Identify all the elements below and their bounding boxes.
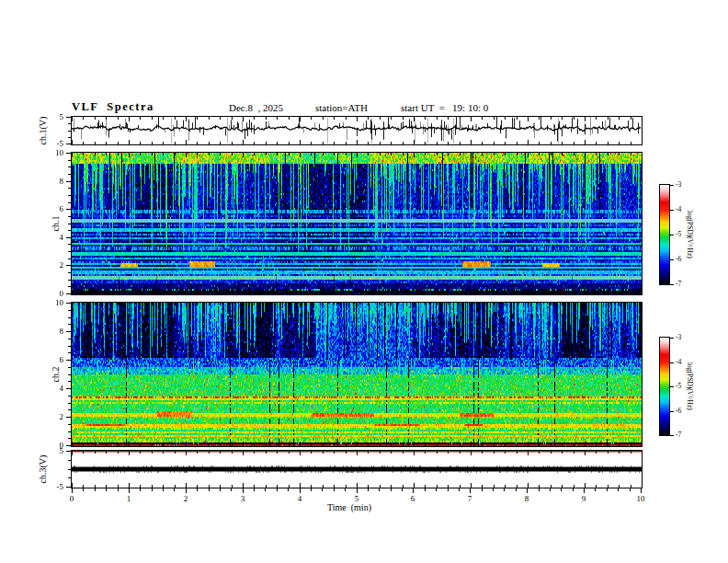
tick-mark xyxy=(288,488,289,491)
tick-mark xyxy=(670,284,674,285)
tick-mark xyxy=(231,488,232,491)
tick-mark xyxy=(66,445,72,446)
tick-mark xyxy=(66,487,72,488)
tick-mark xyxy=(670,235,674,236)
tick-mark xyxy=(277,488,278,491)
tick-mark xyxy=(68,396,72,396)
tick-mark xyxy=(209,488,210,491)
tick-label: 8 xyxy=(48,177,63,186)
x-axis-title: Time (min) xyxy=(327,502,371,512)
vlf-spectra-figure: VLF Spectra Dec.8 , 2025 station=ATH sta… xyxy=(0,0,728,563)
tick-mark xyxy=(66,388,72,389)
tick-mark xyxy=(573,488,574,491)
tick-mark xyxy=(68,381,72,382)
tick-label: -5 xyxy=(676,231,688,239)
tick-label: 5 xyxy=(48,446,63,455)
tick-mark xyxy=(220,488,221,491)
ch3-waveform-panel xyxy=(71,450,643,488)
tick-mark xyxy=(68,438,72,439)
tick-label: 2 xyxy=(48,260,63,270)
tick-mark xyxy=(539,488,540,491)
tick-mark xyxy=(641,488,642,493)
tick-label: -4 xyxy=(676,206,688,214)
tick-mark xyxy=(66,451,72,452)
colorbar-ch1-gradient xyxy=(660,185,669,284)
tick-mark xyxy=(670,362,674,363)
tick-label: -3 xyxy=(676,181,688,190)
tick-mark xyxy=(66,293,72,294)
tick-mark xyxy=(197,488,198,491)
tick-mark xyxy=(152,488,153,491)
tick-label: -5 xyxy=(48,139,63,148)
tick-label: 0 xyxy=(63,494,80,503)
tick-mark xyxy=(630,488,631,491)
tick-mark xyxy=(670,185,674,186)
tick-mark xyxy=(402,488,403,491)
tick-mark xyxy=(413,488,414,493)
tick-mark xyxy=(68,460,72,461)
tick-mark xyxy=(68,188,72,189)
tick-mark xyxy=(68,167,72,167)
ch2-spectrogram-panel xyxy=(71,302,643,447)
tick-mark xyxy=(607,488,608,491)
tick-mark xyxy=(66,303,72,304)
tick-label: 10 xyxy=(48,298,63,307)
tick-label: 6 xyxy=(48,355,63,364)
tick-mark xyxy=(68,409,72,410)
tick-label: -3 xyxy=(676,334,688,342)
tick-mark xyxy=(68,286,72,287)
tick-label: -5 xyxy=(676,383,688,391)
tick-mark xyxy=(68,477,72,478)
tick-mark xyxy=(334,488,335,491)
tick-mark xyxy=(68,280,72,281)
tick-mark xyxy=(129,488,130,493)
tick-label: -4 xyxy=(676,359,688,367)
tick-mark xyxy=(66,417,72,418)
tick-mark xyxy=(670,259,674,260)
tick-label: -6 xyxy=(676,256,688,264)
tick-mark xyxy=(66,331,72,332)
tick-label: 2 xyxy=(177,494,194,503)
tick-mark xyxy=(425,488,426,491)
tick-mark xyxy=(68,424,72,425)
tick-mark xyxy=(670,210,674,211)
tick-mark xyxy=(459,488,460,491)
tick-mark xyxy=(68,431,72,432)
tick-mark xyxy=(83,488,84,491)
colorbar-ch2-gradient xyxy=(660,338,669,435)
tick-mark xyxy=(670,386,674,387)
tick-mark xyxy=(368,488,369,491)
colorbar-ch1 xyxy=(659,184,670,285)
tick-mark xyxy=(482,488,483,491)
tick-label: -7 xyxy=(676,431,688,440)
tick-mark xyxy=(68,272,72,273)
tick-mark xyxy=(66,265,72,266)
tick-mark xyxy=(493,488,494,491)
tick-mark xyxy=(68,131,72,132)
tick-mark xyxy=(300,488,301,493)
tick-mark xyxy=(345,488,346,491)
tick-label: 8 xyxy=(518,494,535,503)
tick-mark xyxy=(68,174,72,175)
tick-mark xyxy=(66,360,72,361)
tick-mark xyxy=(68,346,72,347)
tick-label: 0 xyxy=(48,289,63,298)
tick-mark xyxy=(670,338,674,339)
tick-mark xyxy=(66,117,72,118)
tick-mark xyxy=(66,209,72,210)
tick-mark xyxy=(391,488,392,491)
tick-mark xyxy=(68,230,72,231)
tick-mark xyxy=(357,488,358,493)
tick-mark xyxy=(68,310,72,311)
tick-mark xyxy=(243,488,244,493)
tick-mark xyxy=(140,488,141,491)
tick-label: 5 xyxy=(348,494,365,503)
tick-mark xyxy=(254,488,255,491)
tick-label: 4 xyxy=(48,233,63,242)
ch3-waveform-canvas xyxy=(72,451,642,488)
tick-label: 4 xyxy=(48,384,63,393)
tick-mark xyxy=(68,367,72,368)
tick-mark xyxy=(379,488,380,491)
tick-label: 8 xyxy=(48,327,63,336)
tick-label: 9 xyxy=(575,494,592,503)
